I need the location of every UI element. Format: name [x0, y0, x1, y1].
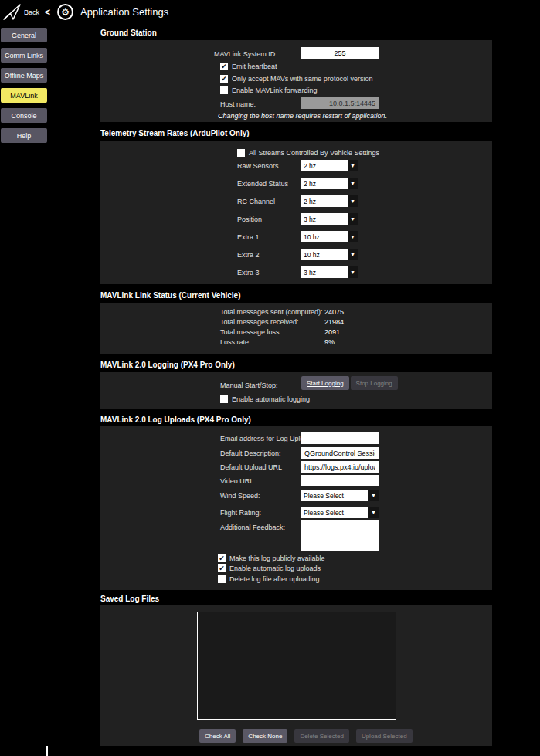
auto-upload-checkbox[interactable]: ✔ Enable automatic log uploads: [218, 564, 321, 573]
mavlink-forwarding-checkbox[interactable]: Enable MAVLink forwarding: [220, 86, 317, 95]
loss-rate-value: 9%: [324, 338, 335, 346]
upload-url-input[interactable]: [301, 461, 379, 473]
chevron-down-icon: ▼: [368, 490, 379, 501]
messages-received-value: 21984: [324, 318, 344, 326]
sidebar-item-console[interactable]: Console: [1, 108, 47, 123]
checkbox-label: Enable MAVLink forwarding: [232, 86, 317, 94]
sidebar-item-comm-links[interactable]: Comm Links: [1, 48, 47, 63]
loss-rate-label: Loss rate:: [220, 338, 251, 346]
same-protocol-checkbox[interactable]: ✔ Only accept MAVs with same protocol ve…: [220, 74, 372, 83]
checkbox-label: Emit heartbeat: [232, 63, 277, 70]
extended-status-select[interactable]: 2 hz ▼: [301, 178, 358, 189]
emit-heartbeat-checkbox[interactable]: ✔ Emit heartbeat: [220, 62, 277, 71]
host-name-label: Host name:: [220, 100, 256, 108]
sidebar-item-mavlink[interactable]: MAVLink: [1, 88, 47, 103]
titlebar: Back < ⚙ Application Settings: [0, 0, 540, 24]
public-log-checkbox[interactable]: ✔ Make this log publicly available: [218, 554, 325, 563]
description-label: Default Description:: [220, 449, 281, 457]
messages-sent-value: 24075: [324, 308, 344, 316]
extra1-select[interactable]: 10 hz ▼: [301, 231, 358, 242]
video-url-input[interactable]: [301, 475, 379, 486]
ground-station-panel: MAVLink System ID: ✔ Emit heartbeat ✔ On…: [100, 40, 492, 122]
qgc-logo-icon: [2, 3, 22, 21]
video-url-label: Video URL:: [220, 477, 256, 485]
delete-after-upload-checkbox[interactable]: Delete log file after uploading: [218, 575, 320, 584]
system-id-input[interactable]: [301, 47, 379, 59]
email-label: Email address for Log Upload:: [220, 435, 314, 442]
system-id-label: MAVLink System ID:: [214, 50, 277, 58]
raw-sensors-select[interactable]: 2 hz ▼: [301, 160, 358, 171]
link-status-panel: Total messages sent (computed): 24075 To…: [100, 303, 492, 354]
application-settings-icon: ⚙: [57, 4, 73, 20]
messages-received-label: Total messages received:: [220, 318, 299, 326]
chevron-down-icon: ▼: [348, 213, 358, 225]
sidebar-item-general[interactable]: General: [1, 28, 47, 42]
feedback-label: Additional Feedback:: [220, 524, 285, 531]
checkbox-icon: ✔: [218, 554, 226, 562]
scrollbar-thumb[interactable]: [46, 746, 48, 756]
selected-value: 10 hz: [301, 249, 348, 260]
email-input[interactable]: [301, 432, 379, 444]
rc-channel-label: RC Channel: [237, 198, 275, 205]
log-uploads-panel: Email address for Log Upload: Default De…: [100, 426, 492, 590]
chevron-down-icon: ▼: [348, 249, 358, 260]
chevron-down-icon: ▼: [348, 178, 358, 189]
check-icon: ✔: [221, 63, 227, 70]
position-label: Position: [237, 215, 262, 223]
back-button[interactable]: Back: [24, 8, 39, 16]
chevron-down-icon: ▼: [368, 507, 379, 518]
sidebar-item-help[interactable]: Help: [1, 128, 47, 143]
wind-speed-label: Wind Speed:: [220, 492, 260, 500]
selected-value: 2 hz: [301, 195, 348, 207]
messages-sent-label: Total messages sent (computed):: [220, 308, 323, 316]
flight-rating-label: Flight Rating:: [220, 509, 261, 517]
checkbox-icon: ✔: [220, 63, 228, 70]
check-all-button[interactable]: Check All: [199, 729, 236, 743]
host-name-input: [301, 97, 379, 109]
position-select[interactable]: 3 hz ▼: [301, 213, 358, 225]
check-icon: ✔: [221, 76, 227, 83]
checkbox-label: All Streams Controlled By Vehicle Settin…: [249, 149, 379, 157]
check-none-button[interactable]: Check None: [243, 729, 287, 743]
upload-selected-button: Upload Selected: [356, 729, 413, 743]
back-chevron-icon[interactable]: <: [45, 7, 50, 18]
checkbox-icon: [218, 575, 226, 583]
chevron-down-icon: ▼: [348, 231, 358, 242]
selected-value: 3 hz: [301, 213, 348, 225]
extra3-select[interactable]: 3 hz ▼: [301, 266, 358, 278]
sidebar-item-offline-maps[interactable]: Offline Maps: [1, 68, 47, 83]
check-icon: ✔: [219, 555, 225, 562]
section-title-logging: MAVLink 2.0 Logging (PX4 Pro Only): [100, 361, 235, 369]
feedback-textarea[interactable]: [301, 520, 379, 551]
check-icon: ✔: [219, 565, 225, 572]
wind-speed-select[interactable]: Please Select ▼: [301, 490, 379, 501]
manual-start-stop-label: Manual Start/Stop:: [220, 381, 278, 389]
checkbox-label: Delete log file after uploading: [229, 575, 320, 583]
message-loss-value: 2091: [324, 328, 340, 336]
logging-panel: Manual Start/Stop: Start Logging Stop Lo…: [100, 372, 492, 409]
gear-icon: ⚙: [61, 8, 70, 17]
extra3-label: Extra 3: [237, 269, 260, 276]
upload-url-label: Default Upload URL: [220, 463, 282, 471]
auto-logging-checkbox[interactable]: Enable automatic logging: [220, 395, 310, 404]
selected-value: 2 hz: [301, 160, 348, 171]
extra1-label: Extra 1: [237, 233, 260, 241]
extra2-select[interactable]: 10 hz ▼: [301, 249, 358, 260]
extended-status-label: Extended Status: [237, 180, 288, 188]
chevron-down-icon: ▼: [348, 160, 358, 171]
all-streams-checkbox[interactable]: All Streams Controlled By Vehicle Settin…: [237, 148, 379, 158]
mavlink-settings-page: Ground Station MAVLink System ID: ✔ Emit…: [100, 24, 492, 746]
settings-sidebar: General Comm Links Offline Maps MAVLink …: [0, 28, 48, 148]
delete-selected-button: Delete Selected: [294, 729, 348, 743]
telemetry-panel: All Streams Controlled By Vehicle Settin…: [100, 141, 492, 284]
raw-sensors-label: Raw Sensors: [237, 162, 279, 170]
checkbox-label: Only accept MAVs with same protocol vers…: [232, 75, 372, 83]
flight-rating-select[interactable]: Please Select ▼: [301, 507, 379, 518]
start-logging-button[interactable]: Start Logging: [301, 376, 349, 390]
checkbox-icon: [237, 149, 245, 157]
description-input[interactable]: [301, 447, 379, 459]
checkbox-icon: [220, 395, 228, 403]
log-file-list[interactable]: [197, 612, 396, 720]
selected-value: 2 hz: [301, 178, 348, 189]
rc-channel-select[interactable]: 2 hz ▼: [301, 195, 358, 207]
